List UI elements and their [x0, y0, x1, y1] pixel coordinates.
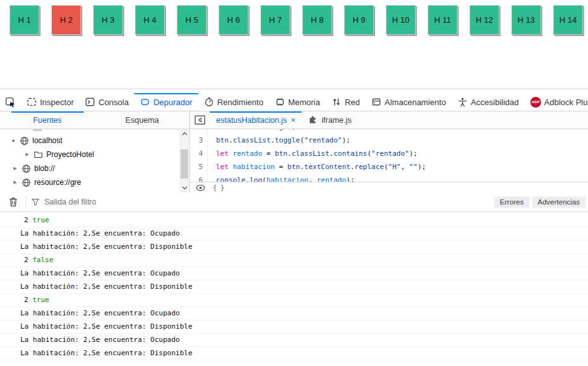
- globe-icon: [22, 164, 31, 174]
- tab-memoria[interactable]: Memoria: [269, 93, 326, 111]
- tree-item-blob[interactable]: ▶ blob://: [0, 161, 189, 175]
- filter-warnings-button[interactable]: Advertencias: [532, 196, 585, 208]
- tree-item-label: blob://: [34, 164, 55, 173]
- room-button-h12[interactable]: H 12: [470, 5, 499, 35]
- room-button-h10[interactable]: H 10: [386, 5, 416, 35]
- room-button-h5[interactable]: H 5: [177, 5, 207, 35]
- code-editor: 2let btn = e.target;3btn.classList.toggl…: [190, 129, 588, 192]
- tree-scrollbar[interactable]: [179, 129, 189, 192]
- hotel-room-buttons: H 1H 2H 3H 4H 5H 6H 7H 8H 9H 10H 11H 12H…: [0, 0, 588, 35]
- tab-red[interactable]: Red: [326, 93, 366, 111]
- debugger-subheader: Fuentes Esquema estatusHabitacion.js ×: [0, 111, 588, 129]
- scrollbar-thumb[interactable]: [181, 149, 188, 179]
- tree-item-proyectohotel[interactable]: ▶ ProyectoHotel: [0, 148, 189, 161]
- console-toolbar: Salida del filtro Errores Advertencias: [0, 192, 588, 212]
- line-number[interactable]: 2: [190, 129, 208, 134]
- room-button-h4[interactable]: H 4: [135, 5, 165, 35]
- file-tab-estatushabitacion[interactable]: estatusHabitacion.js ×: [210, 111, 302, 129]
- tab-label: Esquema: [125, 116, 159, 125]
- file-tabs: estatusHabitacion.js × iframe.js: [190, 111, 588, 129]
- sources-tree: ▼ localhost ▶ ProyectoHotel: [0, 129, 189, 192]
- tab-label: Accesibilidad: [471, 98, 519, 107]
- room-button-h13[interactable]: H 13: [511, 5, 541, 35]
- tab-label: Rendimiento: [217, 98, 264, 107]
- line-number[interactable]: 3: [190, 134, 208, 147]
- scroll-down-icon[interactable]: [182, 184, 188, 192]
- source-code-text: let rentado = btn.classList.contains("re…: [208, 147, 418, 160]
- console-log-row: La habitación: 2,Se encuentra: Ocupado: [0, 227, 588, 241]
- console-log-row: La habitación: 2,Se encuentra: Ocupado: [0, 334, 588, 347]
- collapse-sources-button[interactable]: [190, 111, 210, 129]
- memory-icon: [275, 97, 285, 107]
- room-button-h14[interactable]: H 14: [553, 5, 583, 35]
- storage-icon: [371, 97, 381, 107]
- globe-icon: [20, 136, 29, 146]
- tab-fuentes[interactable]: Fuentes: [0, 111, 95, 129]
- filter-errors-button[interactable]: Errores: [494, 196, 530, 208]
- tab-almacenamiento[interactable]: Almacenamiento: [366, 93, 452, 111]
- tree-item-resource-gre[interactable]: ▶ resource://gre: [0, 175, 189, 189]
- console-log-row: La habitación: 2,Se encuentra: Ocupado: [0, 307, 588, 320]
- filter-placeholder: Salida del filtro: [44, 198, 96, 206]
- file-tab-label: estatusHabitacion.js: [216, 116, 287, 125]
- scroll-up-icon[interactable]: [182, 129, 188, 138]
- tab-label: Memoria: [288, 98, 321, 107]
- tree-item-label: resource://gre: [34, 178, 81, 187]
- eye-icon[interactable]: [196, 184, 205, 191]
- room-button-h8[interactable]: H 8: [302, 5, 332, 35]
- line-number[interactable]: 5: [190, 160, 208, 174]
- tree-item-localhost[interactable]: ▼ localhost: [0, 134, 189, 148]
- debugger-main: ▼ localhost ▶ ProyectoHotel: [0, 129, 588, 192]
- tab-label: Consola: [98, 98, 129, 107]
- chevron-right-icon: ▶: [24, 152, 30, 157]
- folder-icon: [34, 150, 43, 159]
- network-icon: [331, 97, 342, 107]
- room-button-h2[interactable]: H 2: [51, 5, 81, 35]
- source-code-text: let btn = e.target;: [208, 129, 296, 134]
- devtools-toolbar: Inspector Consola Depurador Rendimiento: [0, 93, 588, 111]
- console-icon: [85, 97, 95, 107]
- code-lines: 2let btn = e.target;3btn.classList.toggl…: [190, 129, 588, 182]
- clipped-tree-item: [33, 129, 42, 131]
- close-icon[interactable]: ×: [291, 116, 296, 124]
- source-code-text: console.log(habitacion, rentado);: [208, 174, 355, 182]
- tab-adblock-plus[interactable]: ABP Adblock Plus: [525, 93, 588, 111]
- web-page-area: H 1H 2H 3H 4H 5H 6H 7H 8H 9H 10H 11H 12H…: [0, 0, 588, 89]
- clear-console-button[interactable]: [5, 197, 22, 207]
- line-number[interactable]: 4: [190, 147, 208, 160]
- code-line: 4let rentado = btn.classList.contains("r…: [190, 147, 588, 160]
- room-button-h1[interactable]: H 1: [10, 5, 39, 35]
- room-button-h11[interactable]: H 11: [428, 5, 457, 35]
- tab-label: Fuentes: [33, 116, 61, 125]
- tab-esquema[interactable]: Esquema: [95, 111, 190, 129]
- room-button-h3[interactable]: H 3: [93, 5, 123, 35]
- room-button-h7[interactable]: H 7: [260, 5, 290, 35]
- room-button-h6[interactable]: H 6: [219, 5, 248, 35]
- tab-inspector[interactable]: Inspector: [21, 93, 79, 111]
- line-number[interactable]: 6: [190, 174, 208, 182]
- tab-label: Adblock Plus: [544, 98, 588, 107]
- chevron-down-icon: ▼: [10, 139, 16, 143]
- chevron-right-icon: ▶: [12, 166, 18, 171]
- code-line: 5let habitacion = btn.textContent.replac…: [190, 160, 588, 174]
- console-filter-input[interactable]: Salida del filtro: [31, 198, 494, 206]
- tab-consola[interactable]: Consola: [79, 93, 134, 111]
- file-tab-label: iframe.js: [321, 116, 351, 125]
- chevron-right-icon: ▶: [12, 180, 18, 185]
- performance-icon: [204, 97, 214, 107]
- pick-element-icon: [5, 97, 16, 108]
- pretty-print-icon[interactable]: { }: [213, 184, 224, 191]
- tab-label: Depurador: [153, 98, 192, 107]
- console-log-row: La habitación: 2,Se encuentra: Disponibl…: [0, 281, 588, 294]
- trash-icon: [9, 197, 18, 207]
- code-view[interactable]: 2let btn = e.target;3btn.classList.toggl…: [190, 129, 588, 182]
- pick-element-button[interactable]: [0, 93, 21, 111]
- tree-item-label: ProyectoHotel: [46, 150, 94, 159]
- tree-item-clipped[interactable]: ▶: [0, 189, 189, 192]
- tab-rendimiento[interactable]: Rendimiento: [198, 93, 269, 111]
- tab-accesibilidad[interactable]: Accesibilidad: [452, 93, 525, 111]
- tab-depurador[interactable]: Depurador: [134, 93, 198, 111]
- file-tab-iframe[interactable]: iframe.js: [302, 111, 357, 129]
- room-button-h9[interactable]: H 9: [344, 5, 374, 35]
- adblock-icon: ABP: [530, 97, 541, 108]
